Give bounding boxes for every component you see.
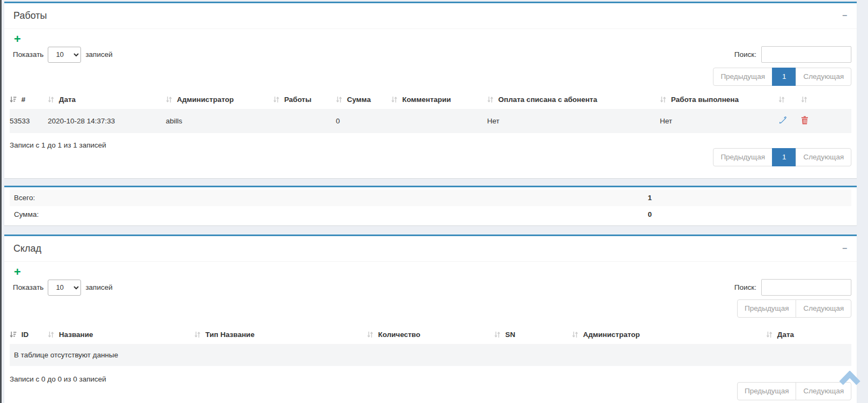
entries-label: записей	[85, 50, 112, 58]
pagination-next[interactable]: Следующая	[796, 299, 851, 318]
sort-icon	[273, 96, 279, 103]
column-label: Дата	[59, 96, 76, 104]
column-header-edit[interactable]	[774, 91, 797, 109]
search-control: Поиск:	[734, 46, 851, 63]
column-header-administrator[interactable]: Администратор	[568, 326, 762, 344]
search-label: Поиск:	[734, 283, 756, 291]
cell-date: 2020-10-28 14:37:33	[43, 109, 161, 133]
pagination-page-1[interactable]: 1	[772, 148, 797, 166]
column-label: Администратор	[177, 96, 234, 104]
panel-warehouse: Склад − + Показать 10 записей Поиск:	[4, 235, 857, 403]
column-label: Количество	[378, 331, 421, 339]
pagination: Предыдущая 1 Следующая	[713, 68, 851, 86]
pagination-next[interactable]: Следующая	[796, 148, 851, 166]
sort-icon	[48, 96, 54, 103]
pagination-previous[interactable]: Предыдущая	[713, 148, 773, 166]
panel-title-warehouse: Склад	[13, 243, 41, 254]
column-header-date[interactable]: Дата	[762, 326, 851, 344]
search-input[interactable]	[761, 279, 851, 296]
summary-value: 1	[643, 189, 851, 206]
delete-icon[interactable]	[797, 109, 851, 133]
panel-summary-body: Всего: 1 Сумма: 0	[4, 187, 857, 225]
column-header-quantity[interactable]: Количество	[363, 326, 490, 344]
cell-admin: abills	[161, 109, 269, 133]
sort-icon	[48, 331, 54, 338]
column-header-date[interactable]: Дата	[43, 91, 161, 109]
scroll-to-top-icon[interactable]	[838, 371, 861, 388]
column-label: Сумма	[347, 96, 371, 104]
pagination-next[interactable]: Следующая	[796, 68, 851, 86]
works-table: # Дата Администратор Работы	[10, 91, 851, 133]
table-info: Записи с 1 до 1 из 1 записей	[10, 141, 106, 149]
works-table-footer: Записи с 1 до 1 из 1 записей Предыдущая …	[10, 140, 851, 166]
sort-icon	[166, 96, 172, 103]
add-record-icon[interactable]: +	[14, 266, 21, 278]
collapse-icon[interactable]: −	[842, 11, 847, 20]
panel-works-body: + Показать 10 записей Поиск: Предыдущая	[4, 29, 857, 178]
page-size-select[interactable]: 10	[48, 280, 81, 296]
column-label: Работы	[284, 96, 312, 104]
column-header-number[interactable]: #	[10, 91, 43, 109]
summary-table: Всего: 1 Сумма: 0	[10, 189, 851, 223]
edit-icon[interactable]	[774, 109, 797, 133]
column-header-sum[interactable]: Сумма	[332, 91, 387, 109]
sort-icon	[660, 96, 666, 103]
sort-icon	[778, 96, 785, 103]
sort-asc-icon	[10, 96, 17, 103]
summary-row-total: Всего: 1	[10, 189, 851, 206]
search-input[interactable]	[761, 46, 851, 63]
panel-warehouse-body: + Показать 10 записей Поиск: Предыдущая	[4, 262, 857, 403]
cell-comments	[387, 109, 483, 133]
column-label: ID	[21, 331, 29, 339]
warehouse-table: ID Название Тип Название Количество	[10, 326, 851, 366]
column-header-delete[interactable]	[797, 91, 851, 109]
page-length-control: Показать 10 записей	[13, 280, 113, 296]
column-header-type-name[interactable]: Тип Название	[190, 326, 363, 344]
show-label: Показать	[13, 50, 43, 58]
panel-title-works: Работы	[13, 10, 47, 21]
column-label: Администратор	[583, 331, 640, 339]
column-label: SN	[505, 331, 516, 339]
sort-asc-icon	[10, 331, 17, 338]
sort-icon	[494, 331, 501, 338]
warehouse-pagination-top-row: Предыдущая Следующая	[10, 299, 851, 318]
column-header-work-done[interactable]: Работа выполнена	[656, 91, 774, 109]
summary-row-sum: Сумма: 0	[10, 206, 851, 223]
column-header-name[interactable]: Название	[43, 326, 190, 344]
column-header-administrator[interactable]: Администратор	[161, 91, 269, 109]
column-header-sn[interactable]: SN	[490, 326, 568, 344]
summary-value: 0	[643, 206, 851, 223]
column-label: Дата	[777, 331, 794, 339]
works-pagination-top-row: Предыдущая 1 Следующая	[10, 68, 851, 86]
pagination-previous[interactable]: Предыдущая	[737, 382, 797, 400]
pagination-page-1[interactable]: 1	[772, 68, 797, 86]
cell-sum: 0	[332, 109, 387, 133]
column-header-id[interactable]: ID	[10, 326, 43, 344]
column-header-payment-charged[interactable]: Оплата списана с абонента	[483, 91, 656, 109]
sort-icon	[801, 96, 807, 103]
cell-works	[269, 109, 332, 133]
page: Работы − + Показать 10 записей Поиск:	[0, 0, 868, 403]
page-left-edge	[0, 0, 2, 403]
pagination: Предыдущая Следующая	[737, 382, 851, 400]
page-length-control: Показать 10 записей	[13, 47, 113, 63]
column-header-comments[interactable]: Комментарии	[387, 91, 483, 109]
panel-warehouse-header: Склад −	[4, 236, 857, 262]
summary-label: Сумма:	[10, 206, 643, 223]
column-header-works[interactable]: Работы	[269, 91, 332, 109]
cell-id: 53533	[10, 109, 43, 133]
summary-label: Всего:	[10, 189, 643, 206]
entries-label: записей	[85, 283, 112, 291]
add-record-icon[interactable]: +	[14, 33, 21, 45]
sort-icon	[367, 331, 373, 338]
column-label: Работа выполнена	[671, 96, 739, 104]
collapse-icon[interactable]: −	[842, 244, 847, 253]
pagination-previous[interactable]: Предыдущая	[737, 299, 797, 318]
cell-payment-charged: Нет	[483, 109, 656, 133]
page-size-select[interactable]: 10	[48, 47, 81, 63]
column-label: Тип Название	[205, 331, 255, 339]
pagination-previous[interactable]: Предыдущая	[713, 68, 773, 86]
panel-works: Работы − + Показать 10 записей Поиск:	[4, 2, 857, 178]
column-label: #	[21, 96, 26, 104]
works-table-header-row: # Дата Администратор Работы	[10, 91, 851, 109]
